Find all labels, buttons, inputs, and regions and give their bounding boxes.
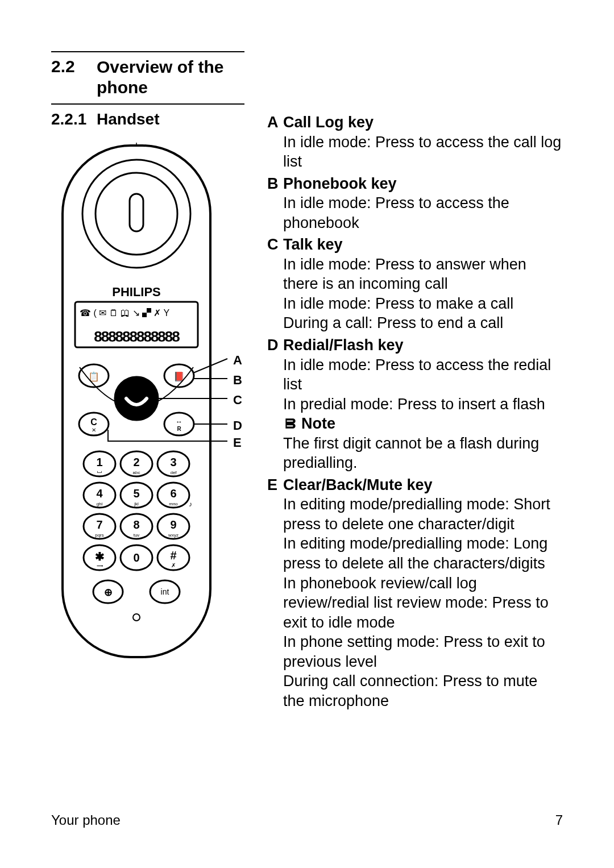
section-heading: 2.2 Overview of the phone [51,52,244,103]
svg-text:8: 8 [133,518,139,531]
key-A-letter: A [267,113,283,132]
key-B-letter: B [267,174,283,194]
key-C-title: Talk key [283,235,343,255]
key-E: E Clear/Back/Mute key In editing mode/pr… [267,475,563,711]
svg-text:4: 4 [96,487,103,500]
svg-text:✱: ✱ [95,550,105,563]
svg-rect-61 [287,421,293,422]
callout-C: C [233,393,242,408]
key-D-line-0: In idle mode: Press to access the redial… [267,355,563,394]
key-C: C Talk key In idle mode: Press to answer… [267,235,563,333]
key-E-line-0: In editing mode/predialling mode: Short … [267,495,563,534]
svg-text:✕: ✕ [92,427,96,433]
svg-text:0: 0 [133,551,139,564]
key-A-line-0: In idle mode: Press to access the call l… [267,132,563,172]
subsection-title: Handset [97,110,159,128]
footer-left: Your phone [51,812,121,828]
svg-text:abc: abc [133,470,140,475]
callout-A: A [233,353,242,368]
svg-text:C: C [90,417,97,427]
key-E-line-4: During call connection: Press to mute th… [267,671,563,711]
key-D: D Redial/Flash key In idle mode: Press t… [267,335,563,473]
callout-B: B [233,373,242,388]
key-C-line-0: In idle mode: Press to answer when there… [267,255,563,294]
svg-text:def: def [170,470,177,475]
svg-rect-3 [130,194,143,231]
svg-text:9: 9 [170,518,176,531]
brand-label: PHILIPS [112,285,161,299]
svg-rect-62 [287,426,293,427]
svg-text:6: 6 [170,487,176,500]
key-D-title: Redial/Flash key [283,335,404,355]
note-icon [283,416,298,431]
note-label: Note [301,414,335,434]
display-digits: 888888888888 [94,328,180,345]
key-B-line-0: In idle mode: Press to access the phoneb… [267,193,563,232]
svg-text:pqrs: pqrs [95,533,104,538]
key-B-title: Phonebook key [283,174,397,194]
svg-text:int: int [161,587,169,596]
svg-text:R: R [177,426,181,432]
svg-text:⟶: ⟶ [97,563,103,568]
key-E-line-2: In phonebook review/call log review/redi… [267,574,563,633]
svg-text:2: 2 [133,456,139,468]
key-E-line-3: In phone setting mode: Press to exit to … [267,632,563,671]
svg-text:#: # [170,549,176,562]
svg-text:ghi: ghi [97,501,103,506]
svg-text:3: 3 [170,456,176,468]
key-C-line-1: In idle mode: Press to make a call [267,294,563,314]
svg-text:✗: ✗ [171,562,176,568]
svg-text:wxyz: wxyz [168,533,179,538]
svg-text:⏘: ⏘ [97,470,102,475]
key-descriptions: A Call Log key In idle mode: Press to ac… [267,51,563,713]
key-D-line-1: In predial mode: Press to insert a flash [267,394,563,414]
svg-text:♪: ♪ [189,500,192,508]
key-D-note-body: The first digit cannot be a flash during… [267,434,563,473]
svg-text:1: 1 [96,456,102,468]
svg-text:⊕: ⊕ [104,587,113,598]
callout-E: E [233,435,242,450]
svg-text:5: 5 [133,487,139,500]
key-E-line-1: In editing mode/predialling mode: Long p… [267,534,563,573]
display-icons: ☎ ( ✉ 🗒 🕮 ↘ 🙾 ✗ Y [80,308,170,318]
key-C-line-2: During a call: Press to end a call [267,313,563,333]
key-A-title: Call Log key [283,113,374,132]
page-number: 7 [555,812,563,828]
key-E-title: Clear/Back/Mute key [283,475,433,495]
svg-text:tuv: tuv [134,533,140,538]
key-C-letter: C [267,235,283,255]
subsection-number: 2.2.1 [51,110,97,128]
key-A: A Call Log key In idle mode: Press to ac… [267,113,563,172]
key-D-letter: D [267,335,283,355]
svg-point-9 [115,377,158,420]
section-number: 2.2 [51,57,97,76]
subsection-heading: 2.2.1 Handset [51,105,244,140]
section-title: Overview of the phone [97,57,244,98]
svg-text:↔: ↔ [176,418,182,426]
key-E-letter: E [267,475,283,495]
svg-text:mno: mno [169,501,178,506]
svg-text:jkl: jkl [134,501,139,506]
handset-diagram: PHILIPS ☎ ( ✉ 🗒 🕮 ↘ 🙾 ✗ Y 888888888888 📋… [51,140,244,686]
callout-D: D [233,418,242,433]
key-B: B Phonebook key In idle mode: Press to a… [267,174,563,233]
svg-text:7: 7 [96,518,102,531]
